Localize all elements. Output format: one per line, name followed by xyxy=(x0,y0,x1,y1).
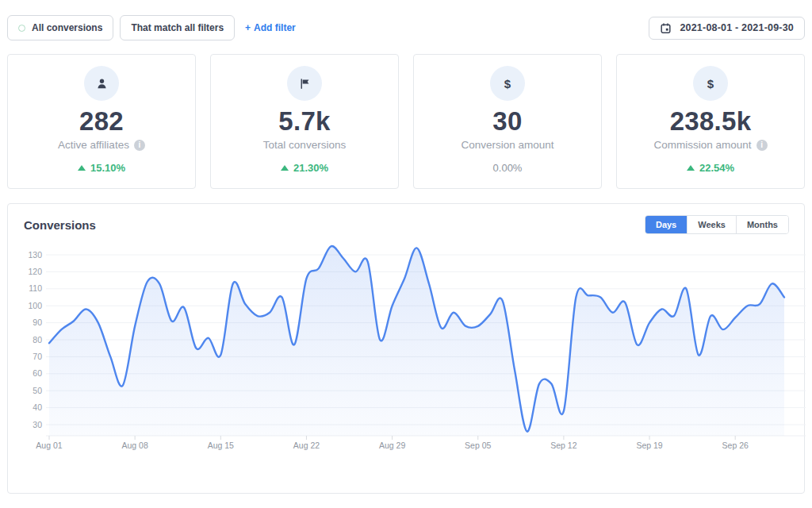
svg-text:110: 110 xyxy=(29,283,42,293)
stat-label-text: Commission amount xyxy=(653,139,751,151)
svg-text:120: 120 xyxy=(28,267,42,276)
arrow-up-icon xyxy=(687,165,695,171)
stat-delta-value: 15.10% xyxy=(90,162,125,174)
svg-text:100: 100 xyxy=(28,301,42,310)
stat-delta: 21.30% xyxy=(281,162,328,174)
stat-delta-value: 21.30% xyxy=(293,162,328,174)
date-range-picker[interactable]: 2021-08-01 - 2021-09-30 xyxy=(649,17,805,40)
dollar-icon: $ xyxy=(693,66,728,101)
info-icon[interactable]: i xyxy=(134,140,145,151)
add-filter-button[interactable]: + Add filter xyxy=(245,22,296,33)
stat-value: 30 xyxy=(492,106,522,137)
stat-label: Total conversions xyxy=(263,139,346,151)
arrow-up-icon xyxy=(281,165,289,171)
add-filter-label: Add filter xyxy=(254,22,296,33)
stat-card-conversion-amount: $ 30 Conversion amount 0.00% xyxy=(413,54,602,189)
plus-icon: + xyxy=(245,22,251,33)
svg-text:Aug 22: Aug 22 xyxy=(293,441,320,450)
date-range-value: 2021-08-01 - 2021-09-30 xyxy=(680,22,794,33)
all-conversions-button[interactable]: All conversions xyxy=(7,15,113,40)
stat-card-active-affiliates: 282 Active affiliates i 15.10% xyxy=(7,54,196,189)
svg-text:Sep 26: Sep 26 xyxy=(722,441,749,450)
svg-text:90: 90 xyxy=(33,318,42,327)
stat-delta: 15.10% xyxy=(78,162,125,174)
conversions-chart-card: Conversions Days Weeks Months 3040506070… xyxy=(7,203,805,494)
svg-text:70: 70 xyxy=(33,352,42,361)
svg-text:Sep 05: Sep 05 xyxy=(465,441,491,450)
stat-label-text: Total conversions xyxy=(263,139,346,151)
stat-delta: 0.00% xyxy=(493,162,523,174)
chart-header: Conversions Days Weeks Months xyxy=(8,204,804,234)
chart-title: Conversions xyxy=(24,218,96,232)
chart-interval-tabs: Days Weeks Months xyxy=(645,215,789,234)
stat-value: 282 xyxy=(79,106,124,137)
arrow-up-icon xyxy=(78,165,86,171)
all-conversions-label: All conversions xyxy=(32,22,102,33)
stat-value: 5.7k xyxy=(278,106,330,137)
stat-label: Active affiliates i xyxy=(58,139,145,151)
tab-months[interactable]: Months xyxy=(736,216,788,233)
svg-text:Sep 12: Sep 12 xyxy=(550,441,576,450)
svg-text:60: 60 xyxy=(33,368,42,378)
svg-text:Aug 29: Aug 29 xyxy=(379,441,405,450)
tab-days[interactable]: Days xyxy=(645,216,687,233)
info-icon[interactable]: i xyxy=(756,140,768,151)
svg-text:130: 130 xyxy=(28,250,42,260)
match-all-filters-button[interactable]: That match all filters xyxy=(120,15,235,40)
stat-label: Commission amount i xyxy=(653,139,767,151)
calendar-icon xyxy=(660,22,672,34)
stat-delta: 22.54% xyxy=(687,162,734,174)
stat-label-text: Active affiliates xyxy=(58,139,129,151)
stat-card-commission-amount: $ 238.5k Commission amount i 22.54% xyxy=(616,54,805,189)
user-icon xyxy=(84,66,119,101)
match-all-filters-label: That match all filters xyxy=(131,22,224,33)
svg-text:40: 40 xyxy=(33,402,42,412)
stat-delta-value: 0.00% xyxy=(493,162,523,174)
svg-text:Aug 01: Aug 01 xyxy=(36,441,62,450)
stat-label-text: Conversion amount xyxy=(461,139,553,151)
svg-text:Sep 19: Sep 19 xyxy=(636,441,662,450)
dollar-icon: $ xyxy=(490,66,525,101)
svg-text:Aug 15: Aug 15 xyxy=(208,441,234,450)
stat-label: Conversion amount xyxy=(461,139,553,151)
conversions-area-chart[interactable]: 30405060708090100110120130Aug 01Aug 08Au… xyxy=(24,239,806,453)
stat-delta-value: 22.54% xyxy=(699,162,734,174)
svg-text:Aug 08: Aug 08 xyxy=(122,441,148,450)
stat-value: 238.5k xyxy=(670,106,752,137)
dashboard-page: All conversions That match all filters +… xyxy=(0,0,812,494)
svg-text:50: 50 xyxy=(33,386,42,395)
stat-card-total-conversions: 5.7k Total conversions 21.30% xyxy=(210,54,399,189)
tab-weeks[interactable]: Weeks xyxy=(687,216,736,233)
svg-text:30: 30 xyxy=(33,420,42,429)
stats-row: 282 Active affiliates i 15.10% 5.7k Tota… xyxy=(7,54,805,189)
filter-toolbar: All conversions That match all filters +… xyxy=(7,15,805,40)
status-ring-icon xyxy=(18,25,25,32)
flag-icon xyxy=(287,66,322,101)
svg-text:80: 80 xyxy=(33,335,42,344)
